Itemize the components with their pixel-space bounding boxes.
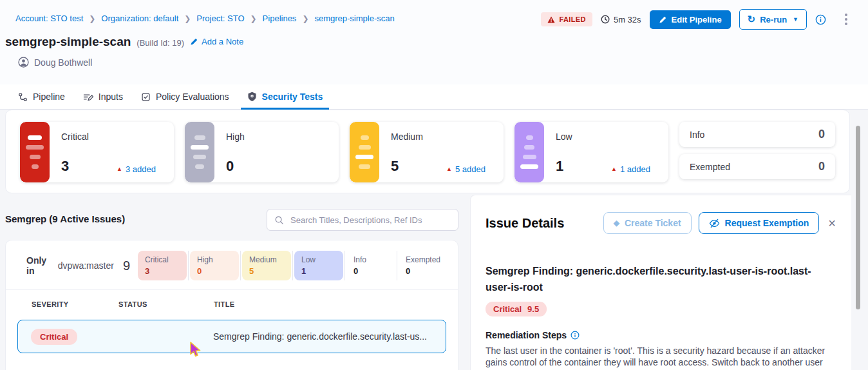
more-options-icon[interactable] <box>841 11 851 28</box>
breadcrumb-item-pipelines[interactable]: Pipelines <box>263 14 297 23</box>
info-label: Info <box>690 130 704 140</box>
exempted-count-card: Exempted 0 <box>679 154 835 179</box>
info-value: 0 <box>818 128 825 141</box>
header-actions: FAILED 5m 32s Edit Pipeline ↻ Re-run ▼ <box>541 9 851 30</box>
rerun-label: Re-run <box>760 15 787 24</box>
issue-details-panel: Issue Details ◆ Create Ticket Request Ex… <box>470 195 851 370</box>
column-header-title: TITLE <box>214 300 458 308</box>
severity-card-label: High <box>226 131 330 142</box>
column-header-status: STATUS <box>118 300 214 308</box>
tab-pipeline[interactable]: Pipeline <box>9 84 74 109</box>
pill-value: 0 <box>406 266 440 276</box>
info-count-card: Info 0 <box>679 122 835 147</box>
pipeline-icon <box>18 92 28 102</box>
low-severity-icon <box>514 122 544 182</box>
breadcrumb-item-organization[interactable]: Organization: default <box>101 14 178 23</box>
severity-card-added-label: 3 added <box>126 164 156 174</box>
remediation-text: The last user in the container is 'root'… <box>486 346 825 370</box>
filter-pill-medium[interactable]: Medium 5 <box>242 251 291 280</box>
author-name: Doug Bothwell <box>34 57 92 68</box>
search-icon <box>274 215 284 225</box>
severity-score-value: 9.5 <box>527 304 539 314</box>
column-header-severity: SEVERITY <box>32 300 118 308</box>
severity-card-label: Critical <box>61 131 165 142</box>
search-input[interactable] <box>289 215 451 226</box>
refresh-icon: ↻ <box>748 14 756 25</box>
severity-summary-container: Critical 3 ▲ 3 added High 0 Medium <box>5 110 850 193</box>
request-exemption-button[interactable]: Request Exemption <box>699 212 820 234</box>
severity-card-count: 3 <box>61 158 69 175</box>
filter-pill-info[interactable]: Info 0 <box>346 251 395 280</box>
critical-severity-icon <box>20 122 50 182</box>
edit-pipeline-button[interactable]: Edit Pipeline <box>650 10 731 29</box>
severity-card-medium: Medium 5 ▲ 5 added <box>350 122 504 182</box>
pill-divider <box>188 251 189 280</box>
add-note-link[interactable]: Add a Note <box>190 37 243 46</box>
pill-label: Critical <box>145 255 180 264</box>
warning-triangle-icon <box>547 16 555 23</box>
remediation-body: The last user in the container is 'root'… <box>486 345 833 370</box>
mouse-cursor <box>189 342 202 358</box>
create-ticket-button[interactable]: ◆ Create Ticket <box>603 212 692 234</box>
severity-card-low: Low 1 ▲ 1 added <box>514 122 668 182</box>
filter-row: Only in dvpwa:master 9 Critical 3 High 0… <box>6 240 458 290</box>
search-box[interactable] <box>267 209 458 231</box>
severity-card-count: 1 <box>556 158 563 175</box>
tab-inputs[interactable]: Inputs <box>74 84 132 109</box>
filter-pill-exempted[interactable]: Exempted 0 <box>399 251 448 280</box>
filter-pill-low[interactable]: Low 1 <box>294 251 343 280</box>
severity-card-added-label: 1 added <box>620 164 650 174</box>
chevron-right-icon: ❯ <box>250 14 257 23</box>
chevron-right-icon: ❯ <box>89 14 95 23</box>
severity-score-badge: Critical 9.5 <box>486 302 547 316</box>
close-icon[interactable]: × <box>828 217 836 229</box>
filter-prefix: Only in <box>26 255 55 276</box>
chevron-right-icon: ❯ <box>302 14 308 23</box>
tab-policy-evaluations[interactable]: Policy Evaluations <box>132 84 238 109</box>
exempted-label: Exempted <box>690 162 730 172</box>
severity-score-label: Critical <box>493 304 522 314</box>
pencil-icon <box>659 15 667 24</box>
page-title: semgrep-simple-scan <box>5 35 131 49</box>
security-shield-icon <box>247 92 257 102</box>
issue-row-selected[interactable]: Critical Semgrep Finding: generic.docker… <box>17 320 446 353</box>
breadcrumb-item-current[interactable]: semgrep-simple-scan <box>314 14 394 23</box>
filter-pill-high[interactable]: High 0 <box>190 251 239 280</box>
issue-title-cell: Semgrep Finding: generic.dockerfile.secu… <box>213 331 446 342</box>
pill-divider <box>240 251 241 280</box>
title-row: semgrep-simple-scan (Build Id: 19) Add a… <box>5 35 243 49</box>
rerun-button[interactable]: ↻ Re-run ▼ <box>739 9 807 30</box>
tab-security-tests-label: Security Tests <box>262 92 323 102</box>
info-icon[interactable] <box>571 331 580 340</box>
issues-table-header: SEVERITY STATUS TITLE <box>6 290 458 315</box>
ticket-diamond-icon: ◆ <box>614 219 619 228</box>
breadcrumb-item-project[interactable]: Project: STO <box>196 14 244 23</box>
duration: 5m 32s <box>601 15 641 24</box>
pill-value: 0 <box>354 266 388 276</box>
remediation-heading: Remediation Steps <box>486 330 567 340</box>
summary-side-cards: Info 0 Exempted 0 <box>679 122 835 181</box>
filter-pill-critical[interactable]: Critical 3 <box>138 251 187 280</box>
severity-card-added-label: 5 added <box>455 164 486 174</box>
pill-label: Low <box>301 255 336 264</box>
info-icon[interactable] <box>815 14 826 25</box>
severity-card-count: 0 <box>226 158 234 175</box>
tab-security-tests[interactable]: Security Tests <box>238 84 332 109</box>
breadcrumb: Account: STO test ❯ Organization: defaul… <box>15 14 395 23</box>
tab-inputs-label: Inputs <box>99 92 123 102</box>
severity-card-added: ▲ 3 added <box>117 164 156 174</box>
clock-icon <box>601 15 610 24</box>
duration-value: 5m 32s <box>614 15 641 24</box>
tab-policy-evaluations-label: Policy Evaluations <box>156 92 229 102</box>
pill-divider <box>344 251 345 280</box>
severity-filter-pills: Critical 3 High 0 Medium 5 Low 1 Info 0 <box>138 251 448 280</box>
breadcrumb-item-account[interactable]: Account: STO test <box>15 14 83 23</box>
policy-check-icon <box>141 92 151 102</box>
finding-title: Semgrep Finding: generic.dockerfile.secu… <box>486 264 826 296</box>
filter-target: dvpwa:master <box>58 260 114 271</box>
severity-card-high: High 0 <box>185 122 339 182</box>
up-triangle-icon: ▲ <box>611 166 617 172</box>
severity-card-critical: Critical 3 ▲ 3 added <box>20 122 174 182</box>
pill-label: Exempted <box>406 255 440 264</box>
page-scrollbar[interactable] <box>856 126 860 309</box>
